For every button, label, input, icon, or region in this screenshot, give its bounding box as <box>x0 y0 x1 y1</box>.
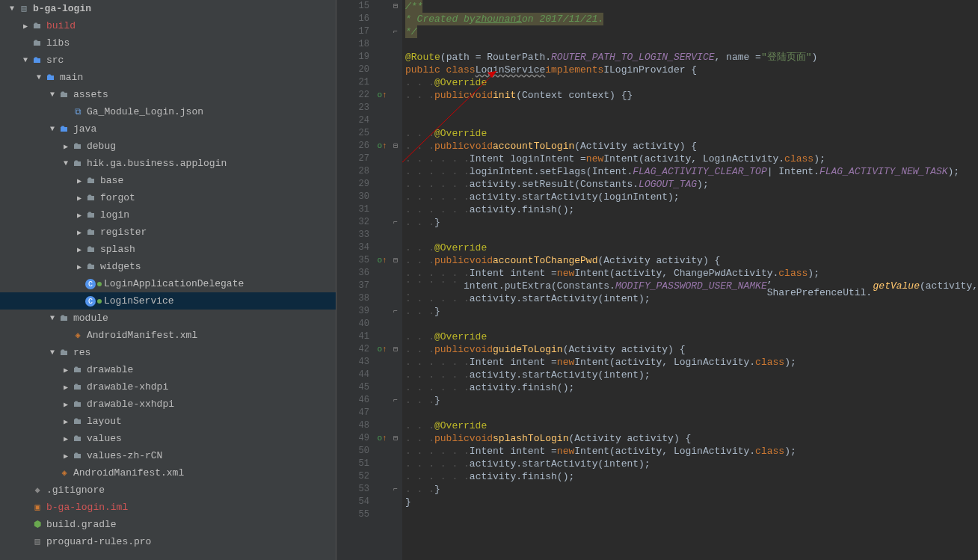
code-line[interactable]: . . . . . . Intent intent = new Intent(a… <box>405 445 978 458</box>
code-line[interactable]: . . . public void guideToLogin(Activity … <box>405 343 978 356</box>
fold-marker-icon[interactable]: ⊟ <box>389 140 402 153</box>
fold-marker-icon[interactable]: ⌐ <box>389 394 402 407</box>
fold-marker-icon[interactable]: ⌐ <box>389 25 402 38</box>
fold-marker-icon[interactable]: ⊟ <box>389 0 402 13</box>
code-line[interactable]: . . . . . . activity.startActivity(inten… <box>405 369 978 381</box>
code-line[interactable] <box>405 114 978 127</box>
expand-arrow-icon[interactable]: ▶ <box>21 22 30 31</box>
code-line[interactable]: . . . public void init(Context context) … <box>405 89 978 102</box>
code-line[interactable]: . . . . . . Intent intent = new Intent(a… <box>405 356 978 369</box>
expand-arrow-icon[interactable]: ▼ <box>61 159 70 168</box>
expand-arrow-icon[interactable]: ▼ <box>21 56 30 65</box>
tree-row-module[interactable]: ▼🖿module <box>0 310 336 327</box>
code-line[interactable] <box>405 38 978 51</box>
tree-row-b-ga-login-iml[interactable]: ▣b-ga-login.iml <box>0 499 336 516</box>
tree-row-widgets[interactable]: ▶🖿widgets <box>0 258 336 275</box>
expand-arrow-icon[interactable]: ▶ <box>75 194 84 203</box>
tree-row-loginapplicationdelegate[interactable]: CLoginApplicationDelegate <box>0 275 336 292</box>
fold-marker-icon[interactable]: ⌐ <box>389 216 402 229</box>
code-line[interactable] <box>405 102 978 114</box>
code-line[interactable]: . . . } <box>405 216 978 229</box>
tree-row-values-zh-rcn[interactable]: ▶🖿values-zh-rCN <box>0 447 336 464</box>
tree-row-base[interactable]: ▶🖿base <box>0 172 336 189</box>
code-line[interactable]: . . . . . . loginIntent.setFlags(Intent.… <box>405 165 978 178</box>
code-line[interactable]: . . . . . . Intent loginIntent = new Int… <box>405 153 978 165</box>
tree-row-ga-module-login-json[interactable]: ⧉Ga_Module_Login.json <box>0 103 336 120</box>
tree-row-drawable-xhdpi[interactable]: ▶🖿drawable-xhdpi <box>0 378 336 396</box>
expand-arrow-icon[interactable]: ▼ <box>48 348 57 357</box>
fold-marker-icon[interactable]: ⌐ <box>389 305 402 318</box>
expand-arrow-icon[interactable]: ▶ <box>75 211 84 220</box>
tree-row-b-ga-login[interactable]: ▼▤b-ga-login <box>0 0 336 17</box>
tree-row-hik-ga-business-applogin[interactable]: ▼🖿hik.ga.business.applogin <box>0 155 336 172</box>
code-line[interactable]: } <box>405 496 978 508</box>
override-marker-icon[interactable]: o↑ <box>375 432 389 445</box>
override-marker-icon[interactable]: o↑ <box>375 89 389 102</box>
code-line[interactable]: . . . } <box>405 305 978 318</box>
code-line[interactable]: */ <box>405 25 978 38</box>
code-line[interactable]: @Route(path = RouterPath.ROUTER_PATH_TO_… <box>405 51 978 64</box>
tree-row-values[interactable]: ▶🖿values <box>0 430 336 447</box>
expand-arrow-icon[interactable]: ▼ <box>48 314 57 323</box>
code-line[interactable] <box>405 407 978 419</box>
code-line[interactable]: . . . . . . activity.startActivity(login… <box>405 191 978 203</box>
code-line[interactable]: . . . public void accountToLogin(Activit… <box>405 140 978 153</box>
expand-arrow-icon[interactable]: ▶ <box>61 383 70 392</box>
code-line[interactable]: . . . . . . Intent intent = new Intent(a… <box>405 267 978 280</box>
code-line[interactable]: . . . . . . activity.finish(); <box>405 470 978 483</box>
expand-arrow-icon[interactable]: ▶ <box>61 434 70 443</box>
tree-row-splash[interactable]: ▶🖿splash <box>0 241 336 258</box>
expand-arrow-icon[interactable]: ▼ <box>7 4 16 13</box>
expand-arrow-icon[interactable]: ▼ <box>34 73 43 82</box>
expand-arrow-icon[interactable]: ▶ <box>75 176 84 185</box>
code-line[interactable] <box>405 508 978 521</box>
tree-row--gitignore[interactable]: ◆.gitignore <box>0 481 336 499</box>
fold-marker-icon[interactable]: ⊟ <box>389 254 402 267</box>
expand-arrow-icon[interactable]: ▼ <box>48 125 57 134</box>
code-line[interactable]: /** <box>405 0 978 13</box>
tree-row-register[interactable]: ▶🖿register <box>0 224 336 241</box>
fold-marker-icon[interactable]: ⊟ <box>389 432 402 445</box>
code-line[interactable] <box>405 318 978 330</box>
code-line[interactable]: . . . . . . activity.setResult(Constants… <box>405 178 978 191</box>
tree-row-assets[interactable]: ▼🖿assets <box>0 86 336 103</box>
code-line[interactable]: . . . @Override <box>405 330 978 343</box>
fold-marker-icon[interactable]: ⊟ <box>389 343 402 356</box>
project-tree[interactable]: ▼▤b-ga-login▶🖿build🖿libs▼🖿src▼🖿main▼🖿ass… <box>0 0 336 560</box>
code-line[interactable]: . . . public void accountToChangePwd(Act… <box>405 254 978 267</box>
code-line[interactable]: . . . public void splashToLogin(Activity… <box>405 432 978 445</box>
expand-arrow-icon[interactable]: ▼ <box>48 90 57 99</box>
code-line[interactable]: . . . @Override <box>405 241 978 254</box>
tree-row-drawable[interactable]: ▶🖿drawable <box>0 361 336 378</box>
tree-row-src[interactable]: ▼🖿src <box>0 52 336 69</box>
expand-arrow-icon[interactable]: ▶ <box>61 366 70 375</box>
tree-row-build[interactable]: ▶🖿build <box>0 17 336 34</box>
code-line[interactable]: . . . } <box>405 394 978 407</box>
expand-arrow-icon[interactable]: ▶ <box>75 245 84 254</box>
code-line[interactable]: . . . . . . activity.startActivity(inten… <box>405 458 978 470</box>
expand-arrow-icon[interactable]: ▶ <box>61 400 70 409</box>
code-line[interactable]: . . . @Override <box>405 419 978 432</box>
expand-arrow-icon[interactable]: ▶ <box>61 452 70 461</box>
tree-row-layout[interactable]: ▶🖿layout <box>0 413 336 430</box>
code-editor[interactable]: 1516171819202122232425262728293031323334… <box>336 0 978 560</box>
tree-row-res[interactable]: ▼🖿res <box>0 344 336 361</box>
fold-marker-icon[interactable]: ⌐ <box>389 483 402 496</box>
code-line[interactable]: public class LoginService implements ILo… <box>405 64 978 76</box>
tree-row-androidmanifest-xml[interactable]: ◈AndroidManifest.xml <box>0 327 336 344</box>
tree-row-loginservice[interactable]: CLoginService <box>0 292 336 310</box>
gutter-folds[interactable]: ⊟⌐⊟⌐⊟⌐⊟⌐⊟⌐ <box>389 0 402 560</box>
override-marker-icon[interactable]: o↑ <box>375 343 389 356</box>
override-marker-icon[interactable]: o↑ <box>375 140 389 153</box>
code-line[interactable]: . . . . . . activity.finish(); <box>405 203 978 216</box>
expand-arrow-icon[interactable]: ▶ <box>61 417 70 426</box>
code-line[interactable]: . . . . . . activity.startActivity(inten… <box>405 292 978 305</box>
code-line[interactable]: . . . @Override <box>405 127 978 140</box>
tree-row-forgot[interactable]: ▶🖿forgot <box>0 189 336 206</box>
tree-row-login[interactable]: ▶🖿login <box>0 206 336 224</box>
tree-row-debug[interactable]: ▶🖿debug <box>0 138 336 155</box>
expand-arrow-icon[interactable]: ▶ <box>75 228 84 237</box>
expand-arrow-icon[interactable]: ▶ <box>75 262 84 271</box>
tree-row-build-gradle[interactable]: ⬢build.gradle <box>0 516 336 533</box>
tree-row-main[interactable]: ▼🖿main <box>0 69 336 86</box>
